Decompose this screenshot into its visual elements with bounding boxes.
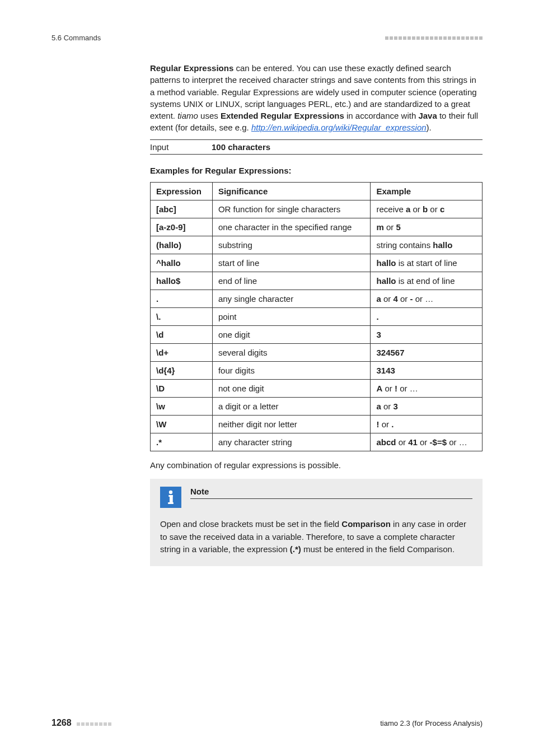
- cell-example: hallo is at end of line: [371, 272, 483, 290]
- table-row: \d{4}four digits3143: [151, 362, 483, 380]
- cell-example: .: [371, 308, 483, 326]
- svg-rect-2: [170, 495, 173, 502]
- note-text-1: Open and close brackets must be set in t…: [160, 519, 341, 529]
- footer-decoration: [77, 722, 111, 726]
- intro-strong-3: Java: [418, 111, 437, 120]
- note-bold-2: (.*): [290, 544, 301, 554]
- regex-examples-table: Expression Significance Example [abc]OR …: [150, 182, 483, 451]
- page-footer: 1268 tiamo 2.3 (for Process Analysis): [51, 718, 483, 728]
- note-text-3: must be entered in the field Comparison.: [301, 544, 455, 554]
- cell-example: a or 3: [371, 398, 483, 416]
- note-rule: [190, 498, 472, 499]
- cell-example: abcd or 41 or -$=$ or …: [371, 433, 483, 451]
- cell-significance: end of line: [212, 272, 371, 290]
- table-row: \wa digit or a lettera or 3: [151, 398, 483, 416]
- intro-strong-2: Extended Regular Expressions: [221, 111, 344, 120]
- table-row: .*any character stringabcd or 41 or -$=$…: [151, 433, 483, 451]
- cell-expression: hallo$: [151, 272, 213, 290]
- table-row: \Wneither digit nor letter! or .: [151, 416, 483, 433]
- table-row: \Dnot one digitA or ! or …: [151, 380, 483, 398]
- cell-expression: \d{4}: [151, 362, 213, 380]
- intro-strong-1: Regular Expressions: [150, 63, 233, 73]
- cell-significance: one digit: [212, 326, 371, 344]
- table-row: [abc]OR function for single charactersre…: [151, 200, 483, 218]
- examples-heading: Examples for Regular Expressions:: [150, 165, 483, 176]
- cell-expression: [abc]: [151, 200, 213, 218]
- header-decoration: [385, 36, 483, 40]
- cell-significance: a digit or a letter: [212, 398, 371, 416]
- cell-expression: [a-z0-9]: [151, 218, 213, 236]
- cell-significance: one character in the specified range: [212, 218, 371, 236]
- cell-significance: four digits: [212, 362, 371, 380]
- cell-expression: (hallo): [151, 236, 213, 254]
- note-title: Note: [190, 487, 472, 497]
- cell-example: string contains hallo: [371, 236, 483, 254]
- table-row: \done digit3: [151, 326, 483, 344]
- cell-example: 324567: [371, 344, 483, 362]
- cell-example: A or ! or …: [371, 380, 483, 398]
- cell-significance: OR function for single characters: [212, 200, 371, 218]
- cell-expression: ^hallo: [151, 254, 213, 272]
- cell-expression: \W: [151, 416, 213, 433]
- intro-text-5: ).: [427, 123, 432, 132]
- col-expression: Expression: [151, 183, 213, 200]
- cell-expression: \D: [151, 380, 213, 398]
- cell-expression: .*: [151, 433, 213, 451]
- cell-significance: any character string: [212, 433, 371, 451]
- table-row: hallo$end of linehallo is at end of line: [151, 272, 483, 290]
- cell-significance: substring: [212, 236, 371, 254]
- table-row: (hallo)substringstring contains hallo: [151, 236, 483, 254]
- intro-text-3: in accordance with: [344, 111, 419, 120]
- col-significance: Significance: [212, 183, 371, 200]
- after-table-text: Any combination of regular expressions i…: [150, 459, 483, 471]
- input-value: 100 characters: [212, 142, 270, 152]
- intro-paragraph: Regular Expressions can be entered. You …: [150, 62, 483, 134]
- regex-wikipedia-link[interactable]: http://en.wikipedia.org/wiki/Regular_exp…: [251, 123, 427, 132]
- info-icon: [160, 487, 181, 508]
- footer-product: tiamo 2.3 (for Process Analysis): [380, 719, 483, 727]
- table-row: ^hallostart of linehallo is at start of …: [151, 254, 483, 272]
- input-spec-row: Input 100 characters: [150, 139, 483, 155]
- cell-expression: \d: [151, 326, 213, 344]
- intro-italic-tiamo: tiamo: [177, 111, 198, 120]
- section-label: 5.6 Commands: [51, 34, 101, 42]
- cell-significance: any single character: [212, 290, 371, 308]
- cell-example: 3: [371, 326, 483, 344]
- table-row: \.point.: [151, 308, 483, 326]
- cell-example: a or 4 or - or …: [371, 290, 483, 308]
- cell-significance: neither digit nor letter: [212, 416, 371, 433]
- page-number: 1268: [51, 718, 72, 727]
- svg-point-0: [169, 491, 172, 494]
- table-row: \d+several digits324567: [151, 344, 483, 362]
- cell-expression: .: [151, 290, 213, 308]
- cell-example: ! or .: [371, 416, 483, 433]
- cell-significance: several digits: [212, 344, 371, 362]
- cell-example: m or 5: [371, 218, 483, 236]
- cell-expression: \.: [151, 308, 213, 326]
- cell-expression: \d+: [151, 344, 213, 362]
- table-header-row: Expression Significance Example: [151, 183, 483, 200]
- cell-significance: point: [212, 308, 371, 326]
- cell-example: receive a or b or c: [371, 200, 483, 218]
- cell-expression: \w: [151, 398, 213, 416]
- page-header: 5.6 Commands: [51, 34, 483, 42]
- table-row: [a-z0-9]one character in the specified r…: [151, 218, 483, 236]
- intro-text-2: uses: [198, 111, 221, 120]
- note-bold-1: Comparison: [341, 519, 391, 529]
- note-box: Note Open and close brackets must be set…: [150, 479, 483, 566]
- svg-rect-3: [168, 502, 174, 504]
- cell-significance: start of line: [212, 254, 371, 272]
- input-label: Input: [150, 142, 212, 152]
- note-body: Open and close brackets must be set in t…: [160, 518, 472, 556]
- cell-example: hallo is at start of line: [371, 254, 483, 272]
- cell-example: 3143: [371, 362, 483, 380]
- col-example: Example: [371, 183, 483, 200]
- cell-significance: not one digit: [212, 380, 371, 398]
- table-row: .any single charactera or 4 or - or …: [151, 290, 483, 308]
